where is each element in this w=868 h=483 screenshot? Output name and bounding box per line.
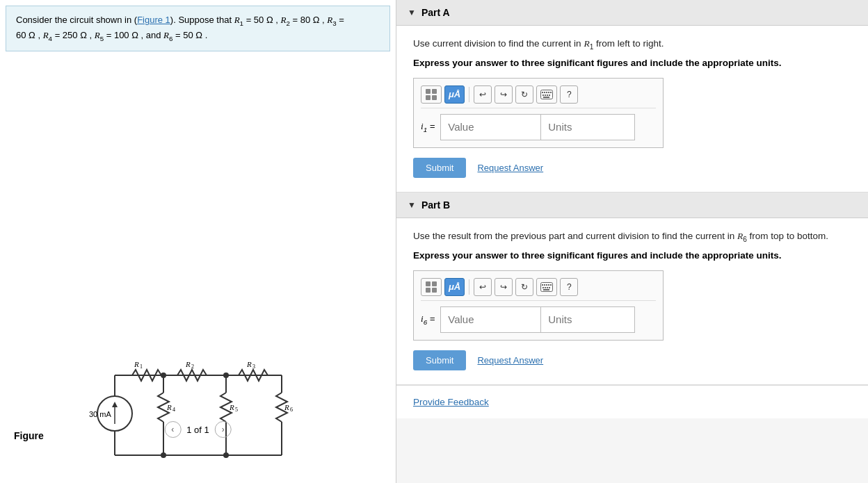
pagination: ‹ 1 of 1 › (164, 421, 232, 438)
figure-label: Figure (14, 430, 44, 441)
svg-text:R: R (229, 403, 234, 411)
part-a-section: ▼ Part A Use current division to find th… (396, 0, 868, 193)
svg-text:3: 3 (252, 363, 255, 370)
svg-rect-49 (549, 95, 550, 96)
part-b-section: ▼ Part B Use the result from the previou… (396, 193, 868, 385)
svg-rect-44 (548, 92, 549, 93)
part-b-bold-instruction: Express your answer to three significant… (413, 250, 851, 261)
svg-rect-60 (550, 284, 552, 286)
svg-rect-36 (426, 89, 431, 94)
svg-rect-52 (432, 281, 437, 286)
figure-link[interactable]: Figure 1 (137, 15, 170, 25)
svg-rect-56 (542, 284, 543, 286)
part-b-redo-button[interactable]: ↪ (495, 278, 513, 296)
svg-rect-48 (547, 95, 548, 96)
svg-rect-45 (550, 92, 552, 93)
svg-rect-41 (542, 92, 543, 93)
part-b-undo-button[interactable]: ↩ (474, 278, 492, 296)
matrix-icon (425, 88, 437, 101)
svg-text:R: R (166, 403, 172, 411)
part-b-submit-button[interactable]: Submit (413, 350, 466, 370)
part-b-keyboard-icon (540, 282, 553, 292)
part-a-undo-button[interactable]: ↩ (474, 85, 492, 104)
part-a-instruction: Use current division to find the current… (413, 37, 851, 52)
part-a-uA-button[interactable]: μÅ (444, 85, 465, 104)
svg-text:R: R (284, 403, 289, 411)
part-a-submit-button[interactable]: Submit (413, 158, 466, 178)
svg-text:R: R (134, 360, 139, 368)
svg-text:R: R (246, 360, 252, 368)
part-b-header[interactable]: ▼ Part B (396, 193, 868, 218)
svg-rect-65 (543, 289, 549, 290)
part-a-value-input[interactable] (440, 114, 541, 140)
part-b-matrix-icon (425, 281, 437, 293)
part-b-refresh-button[interactable]: ↻ (515, 278, 533, 296)
part-b-instruction: Use the result from the previous part an… (413, 229, 851, 245)
part-b-input-label: i6 = (421, 313, 435, 326)
part-b-toolbar-sep (469, 279, 469, 295)
svg-rect-37 (432, 89, 437, 94)
part-b-units-input[interactable] (541, 306, 635, 333)
part-a-units-input[interactable] (541, 114, 635, 140)
next-page-button[interactable]: › (215, 421, 232, 438)
svg-rect-51 (426, 281, 431, 286)
svg-rect-46 (542, 95, 544, 96)
part-a-bold-instruction: Express your answer to three significant… (413, 58, 851, 68)
part-b-input-row: i6 = (421, 306, 656, 333)
part-a-input-row: i1 = (421, 114, 656, 140)
svg-text:30 mA: 30 mA (89, 410, 111, 418)
part-a-refresh-button[interactable]: ↻ (515, 85, 533, 104)
part-a-toolbar-sep (469, 87, 469, 102)
circuit-diagram: 30 mA R1 (0, 344, 396, 483)
part-a-answer-box: μÅ ↩ ↪ ↻ (413, 78, 664, 148)
svg-rect-50 (543, 97, 549, 98)
svg-text:6: 6 (290, 407, 293, 413)
page-indicator: 1 of 1 (186, 425, 209, 435)
svg-rect-53 (426, 288, 431, 293)
svg-text:5: 5 (235, 407, 238, 413)
right-panel: ▼ Part A Use current division to find th… (396, 0, 868, 483)
prev-page-button[interactable]: ‹ (164, 421, 181, 438)
part-a-keyboard-button[interactable] (536, 85, 557, 104)
part-b-keyboard-button[interactable] (536, 278, 557, 296)
problem-statement: Consider the circuit shown in (Figure 1)… (6, 6, 390, 51)
svg-text:2: 2 (191, 363, 194, 370)
svg-rect-61 (542, 287, 544, 288)
svg-rect-63 (547, 287, 548, 288)
part-b-uA-button[interactable]: μÅ (444, 278, 465, 296)
provide-feedback-link[interactable]: Provide Feedback (396, 385, 868, 418)
svg-rect-43 (546, 92, 547, 93)
left-panel: Consider the circuit shown in (Figure 1)… (0, 0, 396, 483)
svg-rect-58 (546, 284, 547, 286)
svg-rect-38 (426, 95, 431, 100)
keyboard-icon (540, 90, 553, 99)
part-a-title: Part A (421, 7, 450, 18)
svg-rect-42 (544, 92, 545, 93)
svg-rect-47 (545, 95, 546, 96)
svg-rect-62 (545, 287, 546, 288)
part-a-button-row: Submit Request Answer (413, 158, 851, 178)
part-b-arrow-icon: ▼ (408, 200, 416, 210)
part-b-value-input[interactable] (440, 306, 541, 333)
svg-text:R: R (185, 360, 191, 368)
svg-rect-57 (544, 284, 545, 286)
svg-text:1: 1 (140, 363, 143, 370)
svg-rect-64 (549, 287, 550, 288)
part-b-toolbar: μÅ ↩ ↪ ↻ (421, 278, 656, 301)
part-a-help-button[interactable]: ? (560, 85, 578, 104)
svg-rect-39 (432, 95, 437, 100)
part-a-header[interactable]: ▼ Part A (396, 0, 868, 26)
part-a-request-answer-link[interactable]: Request Answer (477, 163, 543, 173)
svg-rect-54 (432, 288, 437, 293)
svg-text:4: 4 (172, 407, 175, 413)
svg-marker-2 (112, 402, 118, 407)
part-a-arrow-icon: ▼ (408, 8, 416, 17)
part-a-matrix-button[interactable] (421, 85, 442, 104)
part-b-matrix-button[interactable] (421, 278, 442, 296)
part-a-redo-button[interactable]: ↪ (495, 85, 513, 104)
part-b-help-button[interactable]: ? (560, 278, 578, 296)
part-b-request-answer-link[interactable]: Request Answer (477, 355, 543, 366)
part-a-input-label: i1 = (421, 121, 435, 133)
part-b-button-row: Submit Request Answer (413, 350, 851, 370)
svg-rect-59 (548, 284, 549, 286)
